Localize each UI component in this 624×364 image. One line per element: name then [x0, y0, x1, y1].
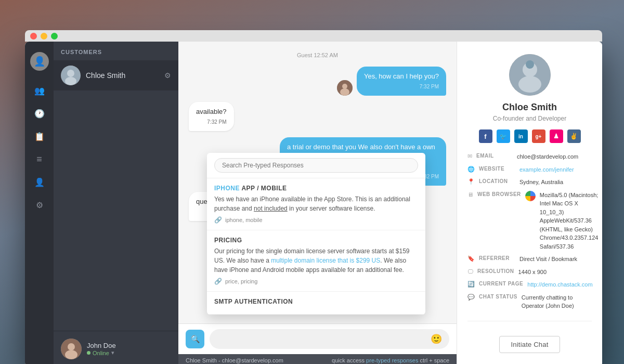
user-avatar: 👤 — [30, 52, 49, 71]
maximize-button[interactable] — [51, 33, 58, 40]
message-avatar — [337, 80, 353, 96]
website-row: 🌐 WEBSITE example.com/jennifer — [467, 165, 592, 174]
message-row: Yes, how can I help you? 7:32 PM — [189, 67, 446, 96]
browser-icon-label: 🖥 — [467, 191, 473, 198]
pretyped-dropdown: IPHONE APP / MOBILE Yes we have an iPhon… — [207, 153, 425, 315]
bottom-user-name: John Doe — [87, 342, 171, 349]
svg-point-17 — [518, 76, 541, 93]
chrome-icon — [525, 191, 536, 201]
tag-icon: 🔗 — [214, 278, 222, 285]
profile-name: Chloe Smith — [502, 102, 557, 113]
quick-access-hint: quick access pre-typed responses ctrl + … — [332, 357, 449, 363]
linkedin-icon[interactable]: in — [514, 129, 528, 143]
location-icon: 📍 — [467, 178, 475, 185]
svg-point-18 — [526, 60, 534, 69]
pretyped-link[interactable]: pre-typed responses — [366, 357, 418, 363]
chat-footer: 🔍 🙂 — [178, 323, 457, 354]
tag-text: iphone, mobile — [225, 217, 263, 223]
svg-point-8 — [340, 88, 349, 96]
svg-point-2 — [65, 77, 76, 85]
referrer-value: Direct Visit / Bookmark — [519, 255, 592, 264]
svg-point-7 — [342, 84, 347, 89]
svg-point-5 — [65, 350, 77, 359]
resolution-value: 1440 x 900 — [518, 268, 592, 277]
close-button[interactable] — [30, 33, 37, 40]
pretyped-item[interactable]: PRICING Our pricing for the single domai… — [207, 230, 425, 292]
sidebar-item-profile[interactable]: 👤 — [30, 173, 49, 191]
resolution-row: 🖵 RESOLUTION 1440 x 900 — [467, 268, 592, 277]
referrer-row: 🔖 REFERRER Direct Visit / Bookmark — [467, 255, 592, 264]
title-bar — [25, 30, 602, 42]
sidebar-item-customers[interactable]: 👥 — [30, 81, 49, 100]
tag-text: price, pricing — [225, 278, 257, 284]
pretyped-search — [207, 153, 425, 178]
sidebar-item-clock[interactable]: 🕐 — [30, 104, 49, 123]
customer-avatar — [61, 66, 81, 85]
chat-status-row: 💬 CHAT STATUS Currently chatting to Oper… — [467, 293, 592, 310]
twitter-icon[interactable]: 🐦 — [497, 129, 510, 143]
divider — [467, 321, 592, 321]
sidebar-item-list[interactable]: ≡ — [30, 150, 49, 168]
page-icon: 🔄 — [467, 280, 475, 288]
pretyped-tags: 🔗 iphone, mobile — [214, 216, 418, 224]
pretyped-item-body: Yes we have an iPhone available in the A… — [214, 194, 418, 213]
message-row: available? 7:32 PM — [189, 102, 446, 131]
search-button[interactable]: 🔍 — [186, 330, 204, 348]
location-value: Sydney, Australia — [519, 178, 592, 187]
resolution-icon: 🖵 — [467, 268, 473, 275]
app-window: 👤 👥 🕐 📋 ≡ 👤 ⚙ CUSTOMERS Chloe Smith ⚙ Jo… — [25, 42, 602, 364]
settings-icon[interactable]: ⚙ — [164, 71, 171, 80]
svg-point-1 — [67, 70, 74, 77]
right-panel: Chloe Smith Co-founder and Developer f 🐦… — [457, 42, 602, 364]
customer-name: Chloe Smith — [86, 71, 159, 80]
customers-header: CUSTOMERS — [54, 42, 178, 60]
tag-icon: 🔗 — [214, 216, 222, 224]
chat-user-email: Chloe Smith - chloe@stardevelop.com — [186, 357, 283, 363]
email-row: ✉ EMAIL chloe@stardevelop.com — [467, 152, 592, 161]
emoji-icon[interactable]: 🙂 — [431, 333, 442, 345]
online-status: Online ▾ — [87, 349, 171, 356]
online-dot — [87, 351, 90, 355]
globe-icon: 🌐 — [467, 165, 475, 173]
foursquare-icon[interactable]: ♟ — [550, 129, 563, 143]
email-icon: ✉ — [467, 152, 472, 160]
browser-value: Mozilla/5.0 (Macintosh; Intel Mac OS X 1… — [540, 191, 599, 251]
time-separator: Guest 12:52 AM — [189, 52, 446, 58]
pretyped-item[interactable]: IPHONE APP / MOBILE Yes we have an iPhon… — [207, 178, 425, 230]
chat-bottom-bar: Chloe Smith - chloe@stardevelop.com quic… — [178, 354, 457, 364]
customer-item[interactable]: Chloe Smith ⚙ — [54, 60, 178, 90]
chat-status-value: Currently chatting to Operator (John Doe… — [522, 293, 592, 310]
chat-bubble-guest: available? 7:32 PM — [189, 102, 234, 131]
customers-panel: CUSTOMERS Chloe Smith ⚙ John Doe Online … — [54, 42, 178, 364]
browser-row: 🖥 WEB BROWSER Mozilla/5.0 (Macintosh; In… — [467, 191, 592, 251]
svg-point-4 — [68, 343, 75, 350]
current-page-value: http://demo.chastack.com — [527, 280, 592, 289]
website-value: example.com/jennifer — [519, 165, 592, 174]
facebook-icon[interactable]: f — [479, 129, 492, 143]
pretyped-search-input[interactable] — [214, 158, 418, 173]
profile-avatar — [509, 54, 551, 96]
pretyped-item-title: IPHONE APP / MOBILE — [214, 185, 418, 192]
bottom-user-avatar — [61, 339, 82, 359]
sidebar-nav: 👤 👥 🕐 📋 ≡ 👤 ⚙ — [25, 42, 54, 364]
bottom-user-section: John Doe Online ▾ — [54, 331, 178, 364]
vk-icon[interactable]: ✌ — [567, 129, 581, 143]
email-value: chloe@stardevelop.com — [517, 152, 592, 161]
profile-role: Co-founder and Developer — [493, 115, 566, 122]
sidebar-item-settings[interactable]: ⚙ — [30, 196, 49, 214]
sidebar-item-history[interactable]: 📋 — [30, 127, 49, 146]
location-row: 📍 LOCATION Sydney, Australia — [467, 178, 592, 187]
message-input[interactable] — [217, 335, 431, 343]
pretyped-item[interactable]: SMTP AUTHENTICATION — [207, 292, 425, 315]
current-page-row: 🔄 CURRENT PAGE http://demo.chastack.com — [467, 280, 592, 289]
initiate-chat-button[interactable]: Initiate Chat — [499, 336, 561, 353]
pretyped-item-body: Our pricing for the single domain licens… — [214, 246, 418, 275]
pretyped-item-title: PRICING — [214, 237, 418, 244]
minimize-button[interactable] — [41, 33, 47, 40]
chat-area: Guest 12:52 AM Yes, how can I help you? … — [178, 42, 457, 364]
message-input-wrapper: 🙂 — [210, 329, 449, 349]
chat-status-icon: 💬 — [467, 293, 475, 301]
referrer-icon: 🔖 — [467, 255, 475, 262]
info-table: ✉ EMAIL chloe@stardevelop.com 🌐 WEBSITE … — [467, 152, 592, 315]
googleplus-icon[interactable]: g+ — [532, 129, 545, 143]
